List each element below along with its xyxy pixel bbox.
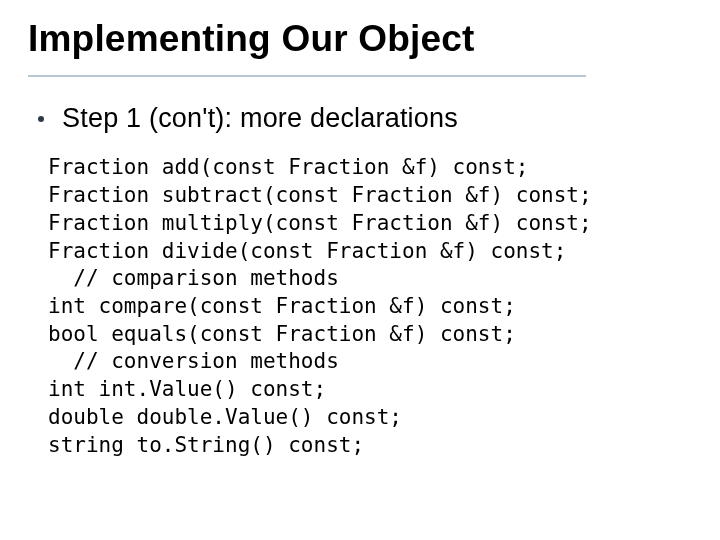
- bullet-icon: [38, 116, 44, 122]
- step-text: Step 1 (con't): more declarations: [62, 103, 458, 134]
- title-rule: [28, 75, 586, 77]
- page-title: Implementing Our Object: [28, 18, 692, 73]
- step-row: Step 1 (con't): more declarations: [28, 103, 692, 134]
- code-block: Fraction add(const Fraction &f) const; F…: [28, 154, 692, 459]
- slide: Implementing Our Object Step 1 (con't): …: [0, 0, 720, 540]
